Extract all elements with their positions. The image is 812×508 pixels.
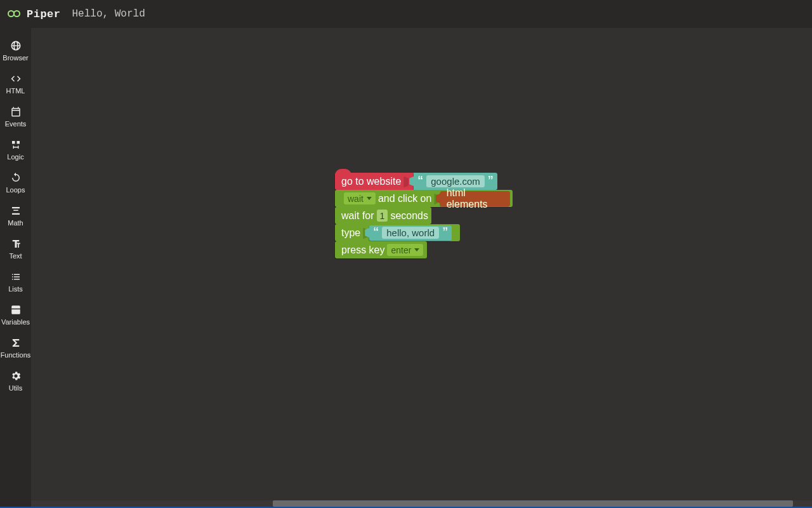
- number-field[interactable]: 1: [377, 210, 388, 222]
- string-value[interactable]: hello, world: [382, 227, 439, 239]
- block-label: wait for: [341, 210, 374, 222]
- globe-icon: [0, 39, 31, 52]
- list-icon: [0, 271, 31, 283]
- html-elements-chip[interactable]: html elements: [440, 191, 510, 206]
- input-socket-icon: [403, 177, 409, 188]
- gear-icon: [0, 370, 31, 382]
- block-label: press key: [341, 244, 384, 256]
- block-label: seconds: [390, 210, 428, 222]
- block-label: and click on: [378, 193, 432, 204]
- block-wait-and-click[interactable]: wait and click on html elements: [335, 190, 513, 207]
- sidebar-item-text[interactable]: Text: [0, 232, 31, 265]
- variables-icon: [0, 304, 31, 316]
- sidebar-item-logic[interactable]: Logic: [0, 133, 31, 166]
- project-name[interactable]: Hello, World: [72, 8, 145, 20]
- math-icon: [0, 204, 31, 217]
- sidebar-item-functions[interactable]: Functions: [0, 331, 31, 364]
- sidebar-item-label: Utils: [0, 384, 31, 392]
- block-label: type: [341, 227, 360, 239]
- horizontal-scrollbar-thumb[interactable]: [273, 500, 793, 507]
- sidebar-item-label: Browser: [0, 54, 31, 62]
- logic-icon: [0, 138, 31, 151]
- loop-icon: [0, 171, 31, 184]
- dropdown-value: enter: [391, 245, 411, 255]
- sidebar-item-html[interactable]: HTML: [0, 67, 31, 100]
- chip-label: html elements: [447, 187, 504, 210]
- sidebar-item-utils[interactable]: Utils: [0, 364, 31, 398]
- text-icon: [0, 237, 31, 250]
- sidebar-item-label: Loops: [0, 186, 31, 194]
- sidebar-item-variables[interactable]: Variables: [0, 298, 31, 331]
- sidebar-item-label: Events: [0, 120, 31, 128]
- caret-down-icon: [367, 197, 372, 200]
- dropdown-key[interactable]: enter: [387, 244, 423, 256]
- caret-down-icon: [414, 248, 419, 251]
- dropdown-value: wait: [348, 194, 363, 204]
- sidebar-item-label: Math: [0, 219, 31, 227]
- string-block[interactable]: “ hello, world ”: [369, 225, 452, 241]
- sidebar-item-label: Text: [0, 252, 31, 260]
- app-logo-icon: [8, 7, 22, 21]
- sidebar-item-label: Lists: [0, 285, 31, 293]
- sidebar-item-label: Variables: [0, 318, 31, 326]
- workspace-canvas[interactable]: go to website “ google.com ” wait and cl…: [31, 28, 812, 507]
- dropdown-wait[interactable]: wait: [344, 192, 376, 204]
- sidebar-item-events[interactable]: Events: [0, 100, 31, 133]
- sidebar-item-label: HTML: [0, 87, 31, 95]
- block-type[interactable]: type “ hello, world ”: [335, 224, 460, 241]
- calendar-icon: [0, 105, 31, 118]
- block-wait-for-seconds[interactable]: wait for 1 seconds: [335, 207, 431, 224]
- header: Piper Hello, World: [0, 0, 812, 28]
- sidebar-item-math[interactable]: Math: [0, 199, 31, 232]
- sigma-icon: [0, 337, 31, 349]
- block-label: go to website: [341, 176, 401, 187]
- block-stack[interactable]: go to website “ google.com ” wait and cl…: [335, 173, 513, 258]
- app-name: Piper: [27, 8, 61, 20]
- sidebar: Browser HTML Events Logic Loops Math: [0, 28, 31, 507]
- sidebar-item-lists[interactable]: Lists: [0, 265, 31, 298]
- string-value[interactable]: google.com: [426, 175, 485, 187]
- sidebar-item-label: Logic: [0, 153, 31, 161]
- sidebar-item-label: Functions: [0, 351, 31, 359]
- code-icon: [0, 72, 31, 85]
- sidebar-item-browser[interactable]: Browser: [0, 34, 31, 67]
- block-press-key[interactable]: press key enter: [335, 241, 427, 258]
- sidebar-item-loops[interactable]: Loops: [0, 166, 31, 199]
